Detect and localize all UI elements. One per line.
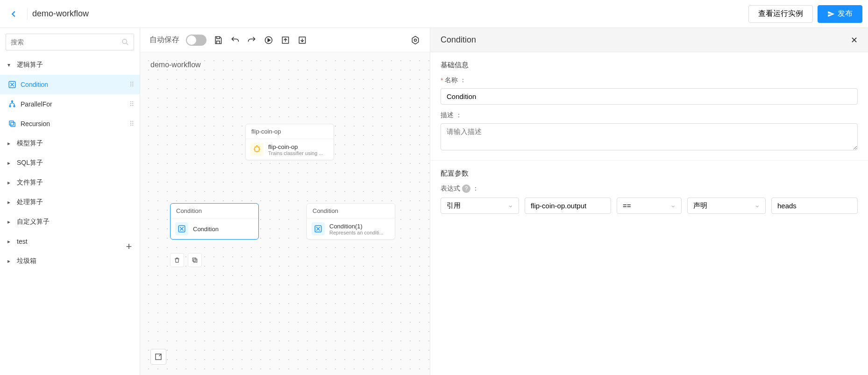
run-icon[interactable] (263, 35, 274, 45)
desc-label: 描述： (441, 111, 858, 120)
canvas-title: demo-workflow (150, 61, 201, 69)
svg-point-8 (414, 39, 417, 41)
undo-icon[interactable] (230, 35, 240, 45)
help-icon[interactable]: ? (462, 184, 470, 193)
settings-hex-icon[interactable] (410, 35, 420, 45)
back-button[interactable] (6, 6, 22, 22)
publish-button[interactable]: 发布 (818, 5, 862, 23)
expr-label: 表达式 ?： (441, 184, 858, 193)
condition-icon (312, 222, 325, 235)
recursion-icon (7, 119, 17, 128)
sidebar-item-recursion[interactable]: Recursion ⠿ (0, 114, 140, 134)
panel-header: Condition ✕ (430, 28, 868, 52)
sidebar-group-file[interactable]: ▸文件算子 (0, 173, 140, 192)
save-icon[interactable] (213, 35, 223, 45)
sidebar-group-trash[interactable]: ▸垃圾箱 (0, 251, 140, 271)
expr-left-type-select[interactable] (441, 198, 519, 214)
expr-right-value-input[interactable] (771, 198, 858, 214)
caret-right-icon: ▸ (7, 258, 13, 264)
section-basic-info: 基础信息 (441, 61, 858, 70)
svg-rect-10 (192, 258, 196, 261)
caret-right-icon: ▸ (7, 140, 13, 147)
node-condition[interactable]: Condition Condition (170, 203, 259, 240)
node-actions (170, 253, 202, 267)
expr-left-value-input[interactable] (525, 198, 611, 214)
delete-node-button[interactable] (170, 253, 184, 267)
divider (27, 8, 28, 20)
sidebar-group-logic[interactable]: ▾ 逻辑算子 (0, 55, 140, 75)
node-header: Condition (171, 204, 258, 219)
sidebar-group-sql[interactable]: ▸SQL算子 (0, 153, 140, 173)
parallel-icon (7, 99, 17, 109)
sidebar-group-test[interactable]: ▸test (0, 232, 140, 251)
node-condition-1[interactable]: Condition Condition(1)Represents an cond… (306, 203, 395, 240)
sidebar-group-model[interactable]: ▸模型算子 (0, 134, 140, 153)
app-header: demo-workflow 查看运行实例 发布 (0, 0, 868, 28)
caret-right-icon: ▸ (7, 238, 13, 245)
sidebar: ▾ 逻辑算子 Condition ⠿ ParallelFor ⠿ Recursi… (0, 28, 140, 375)
desc-input[interactable] (441, 123, 858, 150)
section-config-params: 配置参数 (441, 169, 858, 178)
page-title: demo-workflow (32, 9, 748, 19)
caret-right-icon: ▸ (7, 179, 13, 186)
redo-icon[interactable] (247, 35, 257, 45)
name-label: *名称： (441, 76, 858, 85)
drag-handle-icon[interactable]: ⠿ (129, 100, 133, 108)
node-flip-coin-op[interactable]: flip-coin-op flip-coin-opTrains classifi… (245, 124, 334, 160)
sidebar-item-condition[interactable]: Condition ⠿ (0, 75, 140, 94)
search-input[interactable] (6, 34, 134, 50)
drag-handle-icon[interactable]: ⠿ (129, 81, 133, 88)
view-runs-button[interactable]: 查看运行实例 (748, 5, 813, 23)
caret-down-icon: ▾ (7, 62, 13, 68)
caret-right-icon: ▸ (7, 199, 13, 205)
close-panel-button[interactable]: ✕ (851, 35, 858, 45)
add-button[interactable]: + (123, 241, 135, 252)
autosave-toggle[interactable] (186, 35, 206, 46)
copy-node-button[interactable] (188, 253, 202, 267)
svg-point-0 (122, 39, 127, 43)
properties-panel: Condition ✕ 基础信息 *名称： 描述： 配置参数 表达式 ?： (430, 28, 868, 375)
fullscreen-button[interactable] (150, 349, 166, 365)
node-header: Condition (307, 204, 395, 219)
node-header: flip-coin-op (246, 124, 334, 139)
workflow-canvas[interactable]: demo-workflow flip-coin-op flip-coin-opT… (140, 52, 430, 375)
expr-right-type-select[interactable] (687, 198, 766, 214)
search-icon (121, 38, 129, 46)
svg-rect-11 (194, 259, 197, 262)
name-input[interactable] (441, 88, 858, 105)
condition-icon (175, 222, 188, 235)
svg-rect-6 (11, 122, 15, 127)
autosave-label: 自动保存 (149, 35, 179, 45)
toolbar: 自动保存 (140, 28, 430, 52)
canvas-area: 自动保存 demo-workflow flip-coin-op flip-coi… (140, 28, 430, 375)
sidebar-group-process[interactable]: ▸处理算子 (0, 192, 140, 212)
caret-right-icon: ▸ (7, 160, 13, 166)
drag-handle-icon[interactable]: ⠿ (129, 120, 133, 127)
puzzle-icon (250, 143, 263, 156)
export-icon[interactable] (280, 35, 291, 45)
expr-operator-select[interactable] (617, 198, 682, 214)
sidebar-group-custom[interactable]: ▸自定义算子 (0, 212, 140, 232)
condition-icon (7, 80, 17, 89)
sidebar-item-parallelfor[interactable]: ParallelFor ⠿ (0, 94, 140, 114)
import-icon[interactable] (297, 35, 307, 45)
svg-rect-5 (9, 121, 14, 125)
caret-right-icon: ▸ (7, 219, 13, 225)
